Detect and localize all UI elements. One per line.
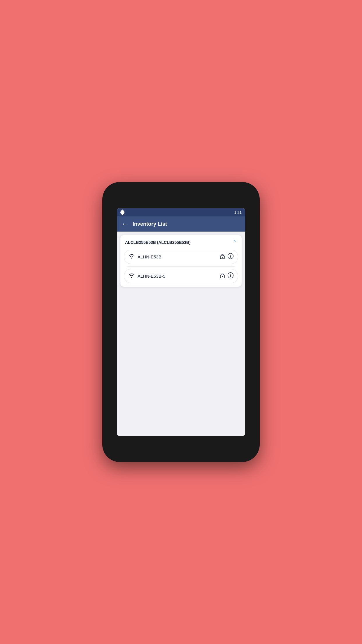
network-item-right-1: i <box>220 253 234 261</box>
svg-point-5 <box>222 276 223 277</box>
network-item-left: ALHN-E53B <box>128 253 161 260</box>
info-icon-2[interactable]: i <box>227 272 234 280</box>
back-button[interactable]: ← <box>122 220 128 228</box>
network-item-right-2: i <box>220 272 234 280</box>
phone-screen: 1:21 ← Inventory List ALCLB255E53B (ALCL… <box>117 208 245 436</box>
chevron-up-icon[interactable]: ⌃ <box>233 239 237 246</box>
svg-text:i: i <box>230 254 231 258</box>
status-bar: 1:21 <box>117 208 245 216</box>
network-item-left-2: ALHN-E53B-5 <box>128 273 165 279</box>
phone-shell: 1:21 ← Inventory List ALCLB255E53B (ALCL… <box>102 182 260 462</box>
status-bar-left <box>120 210 124 214</box>
wifi-icon-2 <box>128 273 135 279</box>
app-icon <box>120 209 125 215</box>
page-title: Inventory List <box>133 221 167 227</box>
wifi-icon <box>128 253 135 260</box>
network-item[interactable]: ALHN-E53B <box>124 250 238 264</box>
svg-text:i: i <box>230 274 231 278</box>
device-card-header[interactable]: ALCLB255E53B (ALCLB255E53B) ⌃ <box>120 235 242 250</box>
svg-point-1 <box>222 257 223 258</box>
network-item-2[interactable]: ALHN-E53B-5 <box>124 269 238 283</box>
device-card-title: ALCLB255E53B (ALCLB255E53B) <box>125 240 191 245</box>
app-bar: ← Inventory List <box>117 216 245 232</box>
network-name-1: ALHN-E53B <box>138 254 161 259</box>
content-area: ALCLB255E53B (ALCLB255E53B) ⌃ <box>117 232 245 436</box>
device-card: ALCLB255E53B (ALCLB255E53B) ⌃ <box>120 235 242 287</box>
info-icon-1[interactable]: i <box>227 253 234 261</box>
lock-icon-1[interactable] <box>220 253 225 260</box>
network-name-2: ALHN-E53B-5 <box>138 274 165 279</box>
network-divider <box>127 266 235 267</box>
status-time: 1:21 <box>234 210 242 215</box>
network-list: ALHN-E53B <box>120 250 242 287</box>
lock-icon-2[interactable] <box>220 272 225 280</box>
